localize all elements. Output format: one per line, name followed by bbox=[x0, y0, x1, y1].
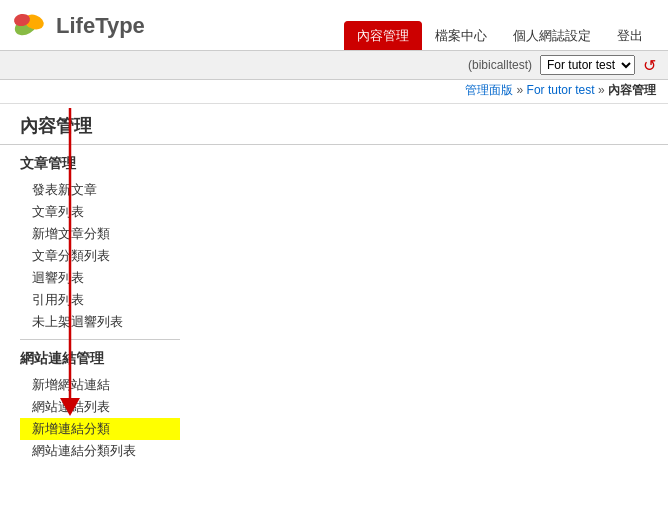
breadcrumb-admin[interactable]: 管理面版 bbox=[465, 83, 513, 97]
main-content: 文章管理 發表新文章 文章列表 新增文章分類 文章分類列表 迴響列表 引用列表 … bbox=[0, 145, 668, 472]
sidebar-link-pending-comment-list[interactable]: 未上架迴響列表 bbox=[20, 311, 180, 333]
sidebar-link-article-list[interactable]: 文章列表 bbox=[20, 201, 180, 223]
breadcrumb-sep1: » bbox=[517, 83, 527, 97]
arrow-container: 新增連結分類 bbox=[20, 418, 180, 440]
section-title-article-mgmt: 文章管理 bbox=[20, 155, 180, 173]
breadcrumb-current: 內容管理 bbox=[608, 83, 656, 97]
logo-icon bbox=[12, 8, 52, 44]
sidebar-link-link-list[interactable]: 網站連結列表 bbox=[20, 396, 180, 418]
section-title-link-mgmt: 網站連結管理 bbox=[20, 350, 180, 368]
logo-area: LifeType bbox=[12, 8, 145, 50]
breadcrumb-sep2: » bbox=[598, 83, 608, 97]
breadcrumb-blog[interactable]: For tutor test bbox=[527, 83, 595, 97]
nav-item-logout[interactable]: 登出 bbox=[604, 21, 656, 50]
sidebar-link-new-link-category[interactable]: 新增連結分類 bbox=[20, 418, 180, 440]
sidebar-link-new-link[interactable]: 新增網站連結 bbox=[20, 374, 180, 396]
sidebar-link-article-category-list[interactable]: 文章分類列表 bbox=[20, 245, 180, 267]
refresh-icon[interactable]: ↺ bbox=[643, 56, 656, 75]
logo-text: LifeType bbox=[56, 13, 145, 39]
section-divider bbox=[20, 339, 180, 340]
nav-item-personal-settings[interactable]: 個人網誌設定 bbox=[500, 21, 604, 50]
user-label: (bibicalltest) bbox=[468, 58, 532, 72]
sidebar-link-new-article[interactable]: 發表新文章 bbox=[20, 179, 180, 201]
breadcrumb: 管理面版 » For tutor test » 內容管理 bbox=[0, 80, 668, 104]
header: LifeType 內容管理 檔案中心 個人網誌設定 登出 bbox=[0, 0, 668, 51]
sidebar-link-comment-list[interactable]: 迴響列表 bbox=[20, 267, 180, 289]
sub-header: (bibicalltest) For tutor test ↺ bbox=[0, 51, 668, 80]
page-title-bar: 內容管理 bbox=[0, 104, 668, 145]
nav-item-file-center[interactable]: 檔案中心 bbox=[422, 21, 500, 50]
sidebar-link-trackback-list[interactable]: 引用列表 bbox=[20, 289, 180, 311]
sidebar-link-new-article-category[interactable]: 新增文章分類 bbox=[20, 223, 180, 245]
nav: 內容管理 檔案中心 個人網誌設定 登出 bbox=[344, 21, 656, 50]
sidebar-link-link-category-list[interactable]: 網站連結分類列表 bbox=[20, 440, 180, 462]
nav-item-content-mgmt[interactable]: 內容管理 bbox=[344, 21, 422, 50]
page-title: 內容管理 bbox=[20, 114, 648, 138]
sidebar: 文章管理 發表新文章 文章列表 新增文章分類 文章分類列表 迴響列表 引用列表 … bbox=[20, 155, 180, 462]
blog-select[interactable]: For tutor test bbox=[540, 55, 635, 75]
